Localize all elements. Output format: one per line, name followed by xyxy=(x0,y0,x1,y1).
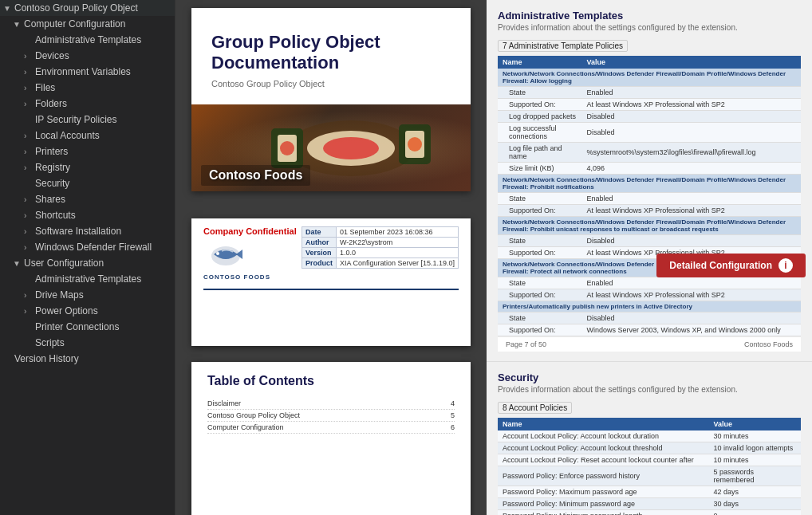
sidebar-env-vars-label: Environment Variables xyxy=(35,66,170,77)
spacer xyxy=(24,275,35,284)
acct-policy-name: Account Lockout Policy: Account lockout … xyxy=(498,430,709,442)
conf-header: Company Confidential CONTOSO FOO xyxy=(191,218,471,285)
arrow-icon: › xyxy=(24,195,35,204)
toc-item-label: Contoso Group Policy Object xyxy=(207,411,300,419)
account-policies-table: Name Value Account Lockout Policy: Accou… xyxy=(498,418,801,515)
sidebar-item-computer-config[interactable]: ▼ Computer Configuration xyxy=(0,16,175,32)
account-policy-row: Password Policy: Minimum password age30 … xyxy=(498,498,801,510)
policy-value: 4,096 xyxy=(581,163,801,175)
sidebar-item-user-config[interactable]: ▼ User Configuration xyxy=(0,255,175,271)
slide-confidential: Company Confidential CONTOSO FOO xyxy=(191,218,471,346)
policy-row: Network/Network Connections/Windows Defe… xyxy=(498,175,801,193)
sidebar-item-version-history[interactable]: Version History xyxy=(0,351,175,367)
sidebar-admin-templates-1-label: Administrative Templates xyxy=(35,34,170,45)
right-panel: Administrative Templates Provides inform… xyxy=(487,0,812,515)
policy-count-badge: 7 Administrative Template Policies xyxy=(498,40,628,52)
policy-value: Disabled xyxy=(581,313,801,324)
page-indicator: Page 7 of 50 Contoso Foods xyxy=(498,336,801,352)
policy-name: Size limit (KB) xyxy=(498,163,581,175)
svg-point-8 xyxy=(408,137,422,151)
sidebar-item-printer-connections[interactable]: Printer Connections xyxy=(0,319,175,335)
security-title: Security xyxy=(498,372,801,383)
sidebar-item-win-defender[interactable]: › Windows Defender Firewall xyxy=(0,239,175,255)
sidebar-user-config-label: User Configuration xyxy=(24,258,170,269)
sidebar-item-admin-templates-1[interactable]: Administrative Templates xyxy=(0,32,175,48)
policy-row: Network/Network Connections/Windows Defe… xyxy=(498,69,801,87)
arrow-icon: › xyxy=(24,307,35,316)
toc-item-label: Disclaimer xyxy=(207,399,241,407)
security-subtitle: Provides information about the settings … xyxy=(498,385,801,394)
sidebar-item-security[interactable]: Security xyxy=(0,175,175,191)
policy-name: State xyxy=(498,235,581,247)
svg-point-2 xyxy=(323,137,379,159)
sidebar-item-software-install[interactable]: › Software Installation xyxy=(0,223,175,239)
sidebar-item-devices[interactable]: › Devices xyxy=(0,48,175,64)
toc-item-label: Computer Configuration xyxy=(207,423,284,431)
conf-logo xyxy=(203,236,247,272)
slide-toc: Table of Contents Disclaimer4Contoso Gro… xyxy=(191,362,471,515)
arrow-icon: › xyxy=(24,147,35,156)
conf-divider xyxy=(203,289,459,290)
sidebar-item-env-vars[interactable]: › Environment Variables xyxy=(0,64,175,80)
toc-list: Disclaimer4Contoso Group Policy Object5C… xyxy=(207,398,455,434)
spacer xyxy=(24,116,35,124)
arrow-icon: › xyxy=(24,211,35,220)
policy-name: State xyxy=(498,193,581,205)
policy-group-header: Printers/Automatically publish new print… xyxy=(498,301,801,313)
sidebar-item-scripts[interactable]: Scripts xyxy=(0,335,175,351)
account-policy-row: Account Lockout Policy: Reset account lo… xyxy=(498,454,801,466)
version-label: Version xyxy=(302,248,336,258)
policy-name: Supported On: xyxy=(498,205,581,217)
sidebar-item-folders[interactable]: › Folders xyxy=(0,96,175,112)
sidebar-scripts-label: Scripts xyxy=(35,337,170,348)
toc-item-page: 5 xyxy=(451,411,455,419)
toc-row: Disclaimer4 xyxy=(207,398,455,410)
doc-title: Group Policy Object Documentation xyxy=(211,32,451,74)
date-value: 01 September 2023 16:08:36 xyxy=(336,227,458,238)
acct-col-name: Name xyxy=(498,418,709,430)
policy-table-body: Network/Network Connections/Windows Defe… xyxy=(498,69,801,336)
policy-row: Log dropped packetsDisabled xyxy=(498,111,801,123)
arrow-icon: ▼ xyxy=(3,4,14,13)
arrow-icon: › xyxy=(24,84,35,92)
arrow-icon: › xyxy=(24,291,35,300)
sidebar-item-admin-templates-2[interactable]: Administrative Templates xyxy=(0,271,175,287)
arrow-icon: › xyxy=(24,163,35,172)
sidebar-item-drive-maps[interactable]: › Drive Maps xyxy=(0,287,175,303)
sidebar-item-ip-security[interactable]: IP Security Policies xyxy=(0,112,175,128)
toc-row: Contoso Group Policy Object5 xyxy=(207,410,455,422)
sidebar-item-files[interactable]: › Files xyxy=(0,80,175,96)
sidebar-item-local-accounts[interactable]: › Local Accounts xyxy=(0,128,175,143)
badge-detailed-config: Detailed Configuration i xyxy=(656,254,806,277)
doc-preview[interactable]: Group Policy Object Documentation Contos… xyxy=(175,0,487,515)
acct-policy-value: 30 days xyxy=(709,498,801,510)
account-policies-badge: 8 Account Policies xyxy=(498,402,572,414)
sidebar-item-printers[interactable]: › Printers xyxy=(0,143,175,159)
policy-value: Enabled xyxy=(581,277,801,289)
acct-policy-name: Account Lockout Policy: Account lockout … xyxy=(498,442,709,454)
slide-title: Group Policy Object Documentation Contos… xyxy=(191,8,471,191)
arrow-icon: › xyxy=(24,100,35,108)
sidebar-shares-label: Shares xyxy=(35,194,170,205)
account-policy-row: Account Lockout Policy: Account lockout … xyxy=(498,430,801,442)
conf-info-table: Date 01 September 2023 16:08:36 Author W… xyxy=(302,226,459,269)
author-value: W-2K22\systrom xyxy=(336,238,458,248)
sidebar-item-shares[interactable]: › Shares xyxy=(0,191,175,207)
policy-name: Supported On: xyxy=(498,247,581,259)
sidebar-item-power-options[interactable]: › Power Options xyxy=(0,303,175,319)
acct-policy-value: 5 passwords remembered xyxy=(709,466,801,486)
arrow-icon: ▼ xyxy=(13,259,24,268)
sidebar-item-registry[interactable]: › Registry xyxy=(0,159,175,175)
sidebar-win-defender-label: Windows Defender Firewall xyxy=(35,242,170,253)
sidebar-item-root[interactable]: ▼ Contoso Group Policy Object xyxy=(0,0,175,16)
main-content: Group Policy Object Documentation Contos… xyxy=(175,0,812,515)
policy-value: Windows Server 2003, Windows XP, and Win… xyxy=(581,324,801,336)
sidebar-printers-label: Printers xyxy=(35,146,170,157)
policy-group-header: Network/Network Connections/Windows Defe… xyxy=(498,175,801,193)
acct-policy-name: Password Policy: Maximum password age xyxy=(498,486,709,498)
policy-table: Name Value Network/Network Connections/W… xyxy=(498,56,801,336)
sidebar-item-shortcuts[interactable]: › Shortcuts xyxy=(0,207,175,223)
policy-row: StateEnabled xyxy=(498,87,801,99)
policy-col-value: Value xyxy=(581,56,801,69)
policy-value: Disabled xyxy=(581,123,801,143)
